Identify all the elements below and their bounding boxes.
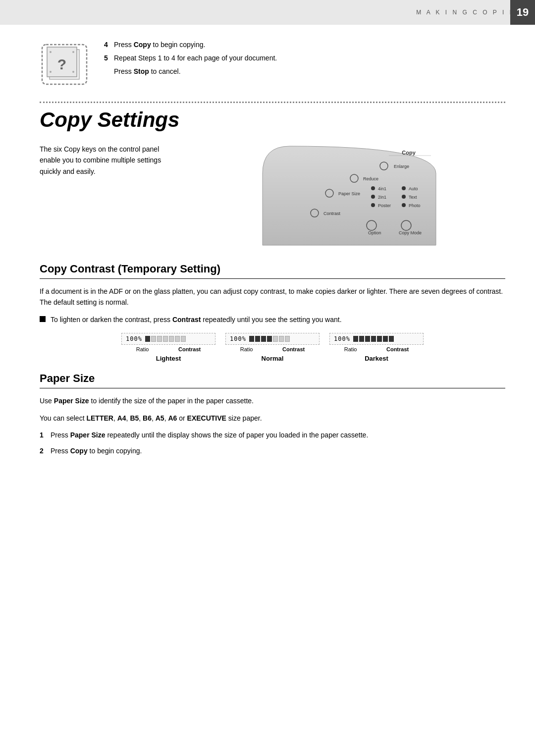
svg-text:?: ? — [57, 56, 66, 72]
bullet-square-icon — [40, 316, 46, 322]
darkest-contrast-label: Contrast — [386, 346, 409, 352]
paper-step1-num: 1 — [40, 430, 48, 440]
normal-labels: Ratio Contrast — [225, 346, 320, 352]
svg-text:Enlarge: Enlarge — [394, 164, 409, 169]
svg-point-16 — [371, 203, 375, 207]
lightest-bars — [145, 336, 186, 342]
step5-num: 5 — [104, 53, 111, 63]
step5-text: Repeat Steps 1 to 4 for each page of you… — [114, 53, 277, 63]
lightest-level: Lightest — [156, 355, 181, 362]
svg-text:2in1: 2in1 — [378, 195, 386, 200]
svg-point-2 — [50, 51, 52, 53]
svg-text:Auto: Auto — [409, 186, 418, 191]
steps-text: 4 Press Copy to begin copying. 5 Repeat … — [104, 40, 505, 80]
normal-contrast-label: Contrast — [282, 346, 305, 352]
bar-1 — [145, 336, 150, 342]
section-divider — [40, 102, 505, 103]
tip-icon: ? — [40, 42, 89, 87]
steps-area: ? 4 Press Copy to begin copying. 5 Repea… — [40, 40, 505, 87]
svg-text:4in1: 4in1 — [378, 186, 386, 191]
bar-1 — [353, 336, 358, 342]
section-label: M A K I N G C O P I E S — [416, 9, 525, 16]
svg-point-22 — [402, 203, 406, 207]
normal-level: Normal — [262, 355, 284, 362]
bar-3 — [365, 336, 370, 342]
contrast-box-darkest: 100% Ratio Contrast Darkest — [329, 333, 424, 362]
svg-text:Copy: Copy — [402, 150, 416, 156]
svg-text:Text: Text — [409, 195, 417, 200]
svg-text:Contrast: Contrast — [323, 211, 341, 216]
bar-5 — [169, 336, 174, 342]
darkest-percent: 100% — [334, 335, 350, 342]
normal-percent: 100% — [230, 335, 246, 342]
svg-text:Photo: Photo — [409, 203, 421, 208]
step5-line: 5 Repeat Steps 1 to 4 for each page of y… — [104, 53, 505, 63]
paper-step1: 1 Press Paper Size repeatedly until the … — [40, 430, 505, 440]
header-bar: M A K I N G C O P I E S — [0, 0, 535, 25]
svg-text:Copy Mode: Copy Mode — [399, 230, 422, 235]
step4-text: Press Copy to begin copying. — [114, 40, 205, 50]
copy-settings-description: The six Copy keys on the control panel e… — [40, 144, 178, 177]
bar-2 — [255, 336, 260, 342]
darkest-bars — [353, 336, 394, 342]
paper-step2-num: 2 — [40, 445, 48, 456]
paper-size-para1: Use Paper Size to identify the size of t… — [40, 395, 505, 406]
paper-size-section: Paper Size Use Paper Size to identify th… — [40, 372, 505, 457]
paper-step2-text: Press Copy to begin copying. — [51, 445, 142, 456]
bar-7 — [285, 336, 290, 342]
bar-7 — [389, 336, 394, 342]
step4-num: 4 — [104, 40, 111, 50]
stop-text: Press Stop to cancel. — [114, 66, 181, 77]
display-row-normal: 100% — [225, 333, 320, 345]
paper-size-heading: Paper Size — [40, 372, 505, 388]
svg-point-18 — [402, 186, 406, 190]
bar-5 — [273, 336, 278, 342]
contrast-bullet: To lighten or darken the contrast, press… — [40, 314, 505, 325]
contrast-box-normal: 100% Ratio Contrast Normal — [225, 333, 320, 362]
svg-point-5 — [72, 71, 74, 73]
bar-6 — [279, 336, 284, 342]
lightest-contrast-label: Contrast — [178, 346, 201, 352]
main-content: ? 4 Press Copy to begin copying. 5 Repea… — [0, 25, 535, 482]
svg-point-20 — [402, 195, 406, 199]
copy-contrast-heading: Copy Contrast (Temporary Setting) — [40, 263, 505, 279]
page-number: 19 — [510, 0, 535, 25]
display-row-lightest: 100% — [121, 333, 215, 345]
bar-6 — [383, 336, 388, 342]
bar-4 — [267, 336, 272, 342]
bar-3 — [157, 336, 162, 342]
contrast-displays: 100% Ratio Contrast Lightest 10 — [40, 333, 505, 362]
paper-step2: 2 Press Copy to begin copying. — [40, 445, 505, 456]
bar-4 — [371, 336, 376, 342]
bar-3 — [261, 336, 266, 342]
lightest-ratio-label: Ratio — [136, 346, 149, 352]
svg-text:Paper Size: Paper Size — [338, 191, 360, 196]
paper-step1-text: Press Paper Size repeatedly until the di… — [51, 430, 368, 440]
lightest-labels: Ratio Contrast — [121, 346, 215, 352]
copy-panel-svg: Copy Enlarge Reduce 4in1 2in1 Poster Aut… — [260, 144, 438, 248]
svg-text:Reduce: Reduce — [363, 176, 378, 181]
darkest-labels: Ratio Contrast — [329, 346, 424, 352]
copy-contrast-para1: If a document is in the ADF or on the gl… — [40, 286, 505, 308]
copy-panel-image: Copy Enlarge Reduce 4in1 2in1 Poster Aut… — [193, 144, 505, 248]
copy-settings-title: Copy Settings — [40, 108, 505, 132]
svg-point-12 — [371, 186, 375, 190]
bar-6 — [175, 336, 180, 342]
darkest-level: Darkest — [365, 355, 388, 362]
svg-text:Poster: Poster — [378, 203, 391, 208]
display-row-darkest: 100% — [329, 333, 424, 345]
paper-size-para2: You can select LETTER, A4, B5, B6, A5, A… — [40, 413, 505, 424]
stop-line: Press Stop to cancel. — [114, 66, 505, 77]
darkest-ratio-label: Ratio — [344, 346, 357, 352]
copy-settings-body: The six Copy keys on the control panel e… — [40, 144, 505, 248]
bar-1 — [249, 336, 254, 342]
svg-point-14 — [371, 195, 375, 199]
svg-point-3 — [72, 51, 74, 53]
normal-bars — [249, 336, 290, 342]
svg-text:Option: Option — [368, 230, 381, 235]
bar-2 — [151, 336, 156, 342]
contrast-box-lightest: 100% Ratio Contrast Lightest — [121, 333, 215, 362]
step4-line: 4 Press Copy to begin copying. — [104, 40, 505, 50]
bar-4 — [163, 336, 168, 342]
lightest-percent: 100% — [126, 335, 142, 342]
